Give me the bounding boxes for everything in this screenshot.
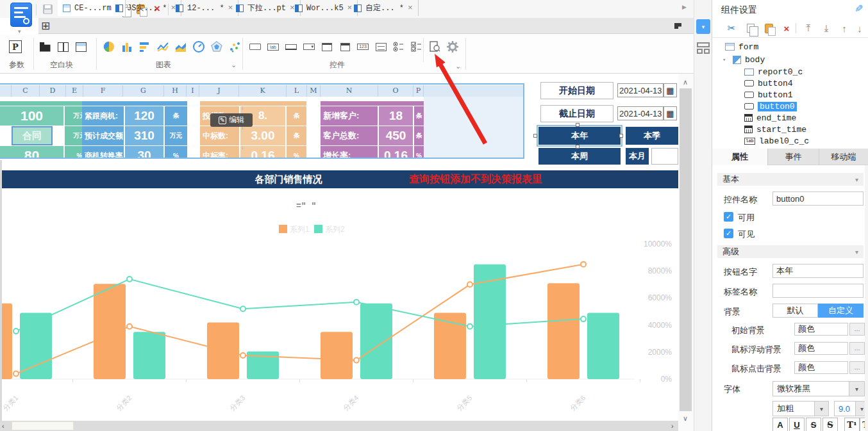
banner-annotation[interactable]: 查询按钮添加不到决策报表里: [409, 170, 542, 188]
empty-widget-box[interactable]: [651, 148, 678, 165]
tree-item-button1[interactable]: button1: [712, 89, 860, 101]
cut-button[interactable]: ✂: [724, 21, 739, 35]
bg-default-button[interactable]: 默认: [772, 304, 818, 318]
tree-item-body[interactable]: ▾body: [712, 54, 860, 65]
column-header[interactable]: I: [187, 85, 199, 97]
resize-handle[interactable]: [533, 134, 537, 138]
kpi-unit-cell[interactable]: 条: [414, 126, 424, 145]
paste-button[interactable]: [761, 21, 776, 35]
scrollbar-thumb[interactable]: [680, 88, 692, 411]
kpi-unit-cell[interactable]: 万元: [165, 126, 187, 145]
strikethrough-button[interactable]: S: [806, 418, 821, 431]
quick-button-week[interactable]: 本周: [538, 148, 621, 165]
block-icon[interactable]: [37, 39, 53, 54]
bg-custom-button[interactable]: 自定义: [818, 304, 864, 318]
widget-settings-rail-tab[interactable]: ▾: [696, 19, 710, 34]
column-header[interactable]: N: [321, 85, 378, 97]
kpi-value-cell[interactable]: 18: [379, 106, 413, 126]
superscript-button[interactable]: T¹: [844, 418, 860, 431]
move-down-button[interactable]: ↓: [852, 21, 867, 35]
area-chart-icon[interactable]: [173, 39, 188, 54]
tree-item-report0-c[interactable]: report0_c: [712, 66, 860, 77]
tab-document-4[interactable]: Wor...k5 ×: [290, 0, 358, 16]
collapse-panel-icon[interactable]: ▶: [682, 4, 687, 10]
bar-chart-icon[interactable]: [137, 39, 153, 54]
column-header[interactable]: J: [199, 85, 239, 97]
kpi-value-cell[interactable]: 120: [125, 106, 163, 126]
button-widget-icon[interactable]: [247, 39, 263, 54]
selected-cell[interactable]: 合同: [12, 126, 53, 145]
column-header[interactable]: P: [413, 85, 424, 97]
tree-item-button4[interactable]: button4: [712, 77, 860, 89]
checkbox-widget-icon[interactable]: [409, 39, 424, 54]
column-header[interactable]: G: [123, 85, 164, 97]
tab-document-2[interactable]: 12-... * ×: [171, 0, 238, 16]
delete-button[interactable]: ×: [779, 21, 794, 35]
tree-item-end-time[interactable]: end_time: [712, 112, 860, 124]
tree-item-form[interactable]: form: [712, 41, 860, 53]
kpi-unit-cell[interactable]: 条: [165, 106, 187, 126]
hover-bg-more-button[interactable]: ...: [849, 342, 865, 355]
kpi-value-cell[interactable]: 0.16: [240, 146, 285, 158]
end-date-input[interactable]: [617, 106, 664, 120]
column-header[interactable]: H: [164, 85, 187, 97]
font-select-chevron[interactable]: ▾: [849, 381, 865, 396]
kpi-value-cell[interactable]: 450: [379, 126, 413, 145]
column-header[interactable]: C: [12, 85, 40, 97]
textarea-widget-icon[interactable]: [373, 39, 388, 54]
column-header[interactable]: K: [239, 85, 287, 97]
pencil-icon[interactable]: ✎: [855, 3, 863, 15]
tag-name-input[interactable]: [772, 284, 864, 298]
query-widget-icon[interactable]: [427, 39, 442, 54]
tab-events[interactable]: 事件: [768, 149, 819, 165]
kpi-unit-cell[interactable]: 条: [287, 126, 306, 145]
scroll-right-icon[interactable]: ›: [671, 421, 674, 431]
kpi-unit-cell[interactable]: %: [414, 146, 424, 158]
scrollbar-thumb[interactable]: [12, 421, 74, 430]
shadow-button[interactable]: S: [822, 418, 838, 431]
move-top-button[interactable]: ⤒: [801, 21, 816, 35]
scroll-up-icon[interactable]: ∧: [683, 77, 688, 87]
combo-widget-icon[interactable]: [319, 39, 335, 54]
click-bg-input[interactable]: [794, 361, 848, 374]
tree-item-button0[interactable]: button0: [712, 101, 860, 112]
tab-mobile[interactable]: 移动端: [819, 149, 868, 165]
tab-block-icon[interactable]: [73, 39, 88, 54]
section-basic[interactable]: 基本▾: [717, 173, 864, 186]
kpi-unit-cell[interactable]: %: [165, 146, 187, 158]
kpi-label-cell[interactable]: 客户总数:: [321, 126, 378, 145]
radio-widget-icon[interactable]: [391, 39, 406, 54]
section-advanced[interactable]: 高级▾: [717, 245, 864, 258]
line-chart-icon[interactable]: [155, 39, 171, 54]
kpi-label-cell[interactable]: 中标率:: [200, 146, 239, 158]
edit-tooltip[interactable]: ✎ 编辑: [210, 113, 253, 127]
kpi-value-cell[interactable]: 30: [125, 146, 163, 158]
start-date-button[interactable]: 开始日期: [540, 82, 613, 99]
click-bg-more-button[interactable]: ...: [849, 361, 865, 374]
tree-item-label0-c-c[interactable]: lablabel0_c_c: [712, 135, 860, 147]
visible-checkbox[interactable]: ✓: [724, 229, 733, 238]
column-header[interactable]: L: [287, 85, 307, 97]
caret-down-icon[interactable]: ▾: [722, 56, 726, 63]
horizontal-scrollbar[interactable]: ‹ ›: [0, 421, 678, 431]
resize-handle[interactable]: [576, 123, 580, 127]
kpi-value-cell[interactable]: 0.16: [379, 146, 413, 158]
end-date-button[interactable]: 截止日期: [540, 105, 613, 122]
design-canvas[interactable]: C D E F G H I J K L M N O P 100 万元 合同: [0, 74, 678, 431]
panel-scrollbar-gutter[interactable]: [865, 165, 868, 431]
kpi-value-cell[interactable]: 100: [0, 106, 63, 126]
chevron-down-icon[interactable]: ⌄: [455, 62, 461, 70]
banner-title[interactable]: 各部门销售情况: [192, 170, 385, 188]
number-widget-icon[interactable]: 123: [355, 39, 371, 54]
settings-icon[interactable]: [445, 39, 460, 54]
kpi-label-cell[interactable]: 紧跟商机:: [82, 106, 124, 126]
underline-button[interactable]: U: [789, 418, 805, 431]
tree-item-start-time[interactable]: start_time: [712, 124, 860, 135]
copy-button[interactable]: [743, 21, 758, 35]
quick-button-month[interactable]: 本月: [626, 148, 649, 165]
resize-handle[interactable]: [619, 134, 623, 138]
parameter-icon[interactable]: P: [9, 40, 22, 53]
empty-cells-region[interactable]: [424, 97, 523, 158]
kpi-value-cell[interactable]: 3.00: [240, 126, 285, 145]
combo-chart[interactable]: =" "系列1系列20%2000%4000%6000%8000%10000%分类…: [0, 188, 678, 419]
